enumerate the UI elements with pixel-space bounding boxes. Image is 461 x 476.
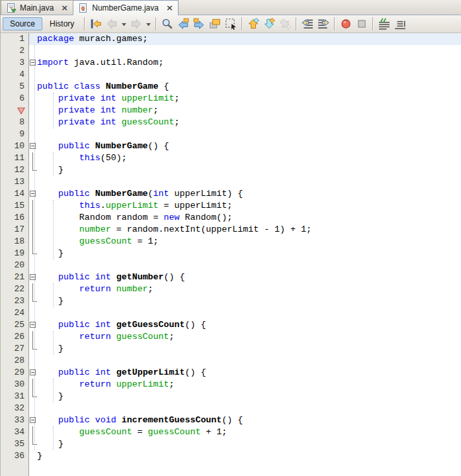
code-line-36[interactable]: } — [29, 450, 461, 462]
line-number[interactable]: 26 — [1, 331, 28, 343]
find-next-button[interactable] — [191, 17, 207, 31]
line-number[interactable]: 31 — [1, 391, 28, 403]
code-line-19[interactable]: } — [29, 248, 461, 260]
line-number[interactable]: 11 — [1, 152, 28, 164]
code-line-31[interactable]: } — [29, 391, 461, 403]
code-line-34[interactable]: guessCount = guessCount + 1; — [29, 426, 461, 438]
code-content[interactable]: package murach.games;import java.util.Ra… — [29, 33, 461, 476]
code-line-25[interactable]: public int getGuessCount() { — [29, 319, 461, 331]
line-number[interactable]: 33 — [1, 414, 28, 426]
fold-box[interactable] — [29, 319, 37, 331]
find-selection-button[interactable] — [159, 17, 175, 31]
tab-numbergame-java[interactable]: NumberGame.java × — [73, 0, 179, 15]
code-line-23[interactable]: } — [29, 295, 461, 307]
line-number[interactable]: 10 — [1, 140, 28, 152]
previous-bookmark-button[interactable] — [245, 17, 261, 31]
line-number[interactable]: 36 — [1, 450, 28, 462]
code-line-3[interactable]: import java.util.Random; — [29, 57, 461, 69]
tab-close-icon[interactable]: × — [61, 5, 68, 11]
code-line-8[interactable]: private int guessCount; — [29, 117, 461, 128]
line-number[interactable]: 30 — [1, 379, 28, 391]
code-line-22[interactable]: return number; — [29, 283, 461, 295]
line-number[interactable]: 9 — [1, 128, 28, 140]
shift-line-left-button[interactable] — [300, 17, 315, 31]
code-line-28[interactable] — [29, 355, 461, 367]
code-line-21[interactable]: public int getNumber() { — [29, 271, 461, 283]
dropdown-caret-button[interactable] — [144, 17, 153, 31]
fold-box[interactable] — [29, 367, 37, 379]
uncomment-button[interactable] — [392, 17, 408, 31]
line-number[interactable]: 6 — [1, 93, 28, 105]
fold-box[interactable] — [29, 140, 37, 152]
start-macro-recording-button[interactable] — [338, 17, 354, 31]
line-number[interactable]: 5 — [1, 81, 28, 93]
line-number[interactable]: 1 — [1, 33, 28, 45]
line-number[interactable]: 23 — [1, 295, 28, 307]
line-number[interactable]: 13 — [1, 176, 28, 188]
line-number[interactable]: 20 — [1, 260, 28, 271]
code-line-1[interactable]: package murach.games; — [29, 33, 461, 45]
code-line-17[interactable]: number = random.nextInt(upperLimit - 1) … — [29, 224, 461, 236]
line-number[interactable]: 35 — [1, 438, 28, 450]
code-line-15[interactable]: this.upperLimit = upperLimit; — [29, 200, 461, 212]
code-line-11[interactable]: this(50); — [29, 152, 461, 164]
code-line-6[interactable]: private int upperLimit; — [29, 93, 461, 105]
line-number[interactable]: 14 — [1, 188, 28, 200]
code-line-33[interactable]: public void incrementGuessCount() { — [29, 414, 461, 426]
code-line-27[interactable]: } — [29, 343, 461, 355]
line-number[interactable]: 4 — [1, 69, 28, 81]
code-line-7[interactable]: private int number; — [29, 105, 461, 117]
code-line-35[interactable]: } — [29, 438, 461, 450]
code-line-4[interactable] — [29, 69, 461, 81]
toggle-rectangular-selection-button[interactable] — [223, 17, 239, 31]
fold-box[interactable] — [29, 414, 37, 426]
tab-close-icon[interactable]: × — [166, 5, 173, 11]
fold-box[interactable] — [29, 271, 37, 283]
code-line-10[interactable]: public NumberGame() { — [29, 140, 461, 152]
code-line-26[interactable]: return guessCount; — [29, 331, 461, 343]
line-number[interactable]: 28 — [1, 355, 28, 367]
line-number[interactable]: 29 — [1, 367, 28, 379]
line-number[interactable]: 34 — [1, 426, 28, 438]
comment-button[interactable] — [376, 17, 392, 31]
code-line-2[interactable] — [29, 45, 461, 57]
code-line-9[interactable] — [29, 128, 461, 140]
code-line-5[interactable]: public class NumberGame { — [29, 81, 461, 93]
line-number[interactable]: 18 — [1, 236, 28, 248]
source-view-button[interactable]: Source — [3, 17, 42, 30]
line-number[interactable]: 3 — [1, 57, 28, 69]
toggle-highlight-search-button[interactable] — [207, 17, 223, 31]
line-number[interactable]: 12 — [1, 164, 28, 176]
line-number[interactable]: 19 — [1, 248, 28, 260]
history-view-button[interactable]: History — [42, 17, 81, 30]
gutter-field-marker[interactable] — [1, 105, 28, 117]
line-number[interactable]: 2 — [1, 45, 28, 57]
code-line-20[interactable] — [29, 260, 461, 271]
code-line-29[interactable]: public int getUpperLimit() { — [29, 367, 461, 379]
line-number[interactable]: 16 — [1, 212, 28, 224]
code-line-12[interactable]: } — [29, 164, 461, 176]
shift-line-right-button[interactable] — [315, 17, 331, 31]
back-button[interactable] — [104, 17, 120, 31]
fold-box[interactable] — [29, 57, 37, 69]
line-number[interactable]: 22 — [1, 283, 28, 295]
code-line-16[interactable]: Random random = new Random(); — [29, 212, 461, 224]
tab-main-java[interactable]: Main.java × — [1, 0, 73, 15]
line-number-gutter[interactable]: 1234568910111213141516171819202122232425… — [1, 33, 29, 476]
line-number[interactable]: 25 — [1, 319, 28, 331]
line-number[interactable]: 15 — [1, 200, 28, 212]
dropdown-caret-button[interactable] — [120, 17, 128, 31]
line-number[interactable]: 21 — [1, 271, 28, 283]
code-line-30[interactable]: return upperLimit; — [29, 379, 461, 391]
code-line-32[interactable] — [29, 403, 461, 414]
find-previous-button[interactable] — [175, 17, 191, 31]
forward-button[interactable] — [128, 17, 144, 31]
line-number[interactable]: 8 — [1, 117, 28, 128]
next-bookmark-button[interactable] — [261, 17, 277, 31]
code-line-24[interactable] — [29, 307, 461, 319]
line-number[interactable]: 27 — [1, 343, 28, 355]
next-matching-word-button[interactable] — [277, 17, 293, 31]
code-line-13[interactable] — [29, 176, 461, 188]
line-number[interactable]: 17 — [1, 224, 28, 236]
stop-macro-recording-button[interactable] — [354, 17, 370, 31]
